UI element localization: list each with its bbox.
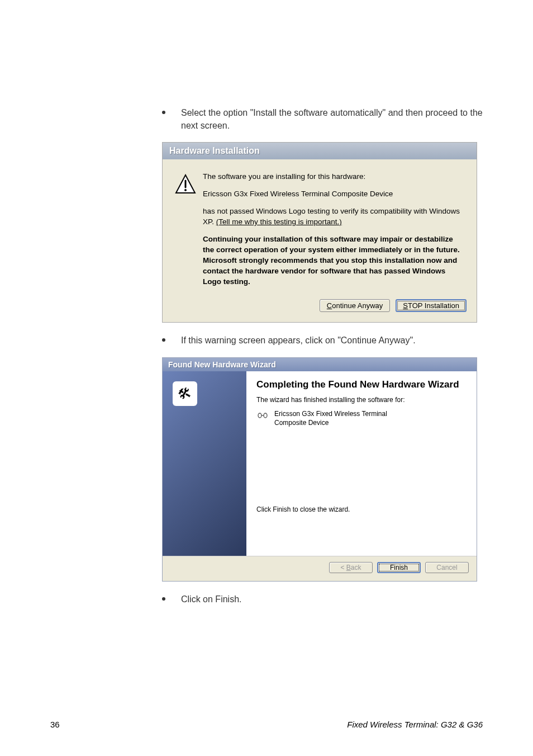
warning-icon	[175, 174, 196, 195]
page-number: 36	[50, 720, 60, 729]
svg-point-2	[184, 189, 187, 191]
wizard-side-banner: 🛠	[163, 371, 246, 556]
device-name: Ericsson G3x Fixed Wireless Terminal Com…	[203, 189, 464, 200]
stop-u: S	[403, 301, 408, 310]
warning-paragraph: Continuing your installation of this sof…	[203, 234, 464, 287]
tell-me-why-link[interactable]: (Tell me why this testing is important.)	[216, 218, 342, 226]
wizard-heading: Completing the Found New Hardware Wizard	[256, 379, 467, 390]
back-post: ack	[351, 564, 361, 571]
instruction-bullet-2: If this warning screen appears, click on…	[162, 334, 483, 347]
bullet-text: Select the option "Install the software …	[181, 106, 483, 132]
bullet-text: If this warning screen appears, click on…	[181, 334, 416, 347]
continue-u: C	[327, 301, 332, 310]
hardware-installation-dialog: Hardware Installation The software you a…	[162, 142, 477, 323]
finish-button[interactable]: Finish	[377, 562, 421, 573]
svg-point-4	[264, 413, 267, 418]
instruction-bullet-1: Select the option "Install the software …	[162, 106, 483, 132]
back-pre: <	[340, 564, 346, 571]
back-u: B	[346, 564, 351, 571]
instruction-bullet-3: Click on Finish.	[162, 593, 483, 606]
doc-title: Fixed Wireless Terminal: G32 & G36	[347, 720, 483, 729]
cancel-label: Cancel	[436, 564, 457, 571]
svg-point-3	[258, 413, 261, 418]
bullet-icon	[162, 111, 165, 114]
finish-label: Finish	[390, 564, 408, 571]
continue-anyway-button[interactable]: Continue Anyway	[320, 299, 390, 312]
bullet-icon	[162, 597, 165, 601]
compat-line: has not passed Windows Logo testing to v…	[203, 206, 464, 228]
bullet-icon	[162, 338, 165, 342]
device-name: Ericsson G3x Fixed Wireless Terminal Com…	[274, 409, 420, 427]
page-footer: 36 Fixed Wireless Terminal: G32 & G36	[50, 720, 483, 729]
dialog-title: Hardware Installation	[163, 143, 477, 159]
bullet-text: Click on Finish.	[181, 593, 241, 606]
wizard-subtext: The wizard has finished installing the s…	[256, 396, 467, 404]
stop-installation-button[interactable]: STOP Installation	[396, 299, 467, 312]
continue-rest: ontinue Anyway	[332, 301, 383, 310]
stop-rest: TOP Installation	[408, 301, 459, 310]
back-button: < Back	[329, 562, 373, 573]
found-new-hardware-wizard-dialog: Found New Hardware Wizard 🛠 Completing t…	[162, 357, 477, 582]
click-finish-hint: Click Finish to close the wizard.	[256, 505, 467, 513]
cancel-button: Cancel	[425, 562, 469, 573]
intro-line: The software you are installing for this…	[203, 172, 464, 182]
wizard-side-icon: 🛠	[173, 381, 197, 406]
dialog-title: Found New Hardware Wizard	[163, 358, 477, 371]
device-icon	[256, 409, 269, 422]
